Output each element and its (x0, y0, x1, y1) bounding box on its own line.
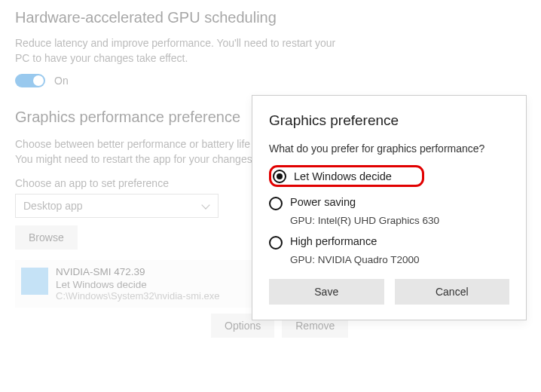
radio-let-windows-decide[interactable] (273, 170, 286, 183)
radio-power-saving-detail: GPU: Intel(R) UHD Graphics 630 (290, 215, 509, 226)
radio-high-performance-detail: GPU: NVIDIA Quadro T2000 (290, 254, 509, 265)
radio-high-performance-label: High performance (290, 235, 377, 247)
dialog-title: Graphics preference (269, 112, 509, 129)
save-button[interactable]: Save (269, 279, 384, 305)
radio-let-windows-decide-label: Let Windows decide (294, 170, 392, 182)
radio-high-performance[interactable] (269, 236, 283, 250)
radio-power-saving-label: Power saving (290, 196, 356, 208)
graphics-preference-dialog: Graphics preference What do you prefer f… (252, 95, 527, 320)
dialog-question: What do you prefer for graphics performa… (269, 142, 509, 155)
highlight-box: Let Windows decide (269, 165, 424, 187)
radio-power-saving[interactable] (269, 197, 283, 210)
cancel-button[interactable]: Cancel (395, 279, 510, 305)
